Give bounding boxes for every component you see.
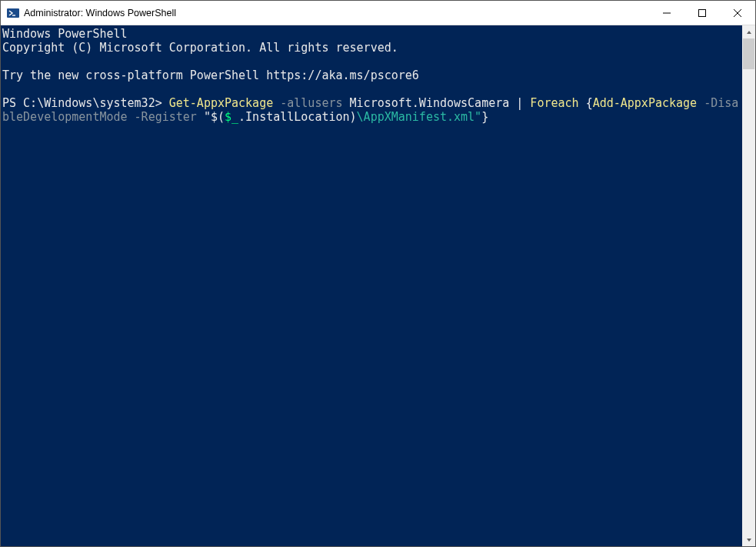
minimize-button[interactable]: [649, 1, 684, 25]
cmdlet: Add-AppxPackage: [593, 96, 697, 110]
svg-rect-2: [699, 9, 706, 16]
string: \AppXManifest.xml": [357, 110, 482, 124]
powershell-icon: [7, 7, 19, 19]
console-line: Copyright (C) Microsoft Corporation. All…: [2, 41, 398, 55]
scroll-thumb[interactable]: [743, 38, 754, 69]
arg: Microsoft.WindowsCamera: [343, 96, 517, 110]
powershell-window: Administrator: Windows PowerShell Window…: [0, 0, 756, 547]
variable: $_: [225, 110, 238, 124]
window-title: Administrator: Windows PowerShell: [24, 8, 649, 18]
titlebar[interactable]: Administrator: Windows PowerShell: [1, 1, 755, 25]
close-button[interactable]: [720, 1, 755, 25]
cmdlet: Get-AppxPackage: [169, 96, 273, 110]
member: .InstallLocation: [238, 110, 350, 124]
console-line: Windows PowerShell: [2, 27, 128, 41]
brace: }: [481, 110, 488, 124]
window-controls: [649, 1, 755, 25]
brace: {: [586, 96, 593, 110]
console-output[interactable]: Windows PowerShell Copyright (C) Microso…: [1, 25, 742, 546]
subexpr: "$(: [204, 110, 225, 124]
subexpr-close: ): [350, 110, 357, 124]
command-line: PS C:\Windows\system32> Get-AppxPackage …: [2, 96, 738, 124]
scroll-down-button[interactable]: [742, 533, 755, 546]
scroll-up-button[interactable]: [742, 25, 755, 38]
console-area: Windows PowerShell Copyright (C) Microso…: [1, 25, 755, 546]
pipe: |: [516, 96, 523, 110]
console-line: Try the new cross-platform PowerShell ht…: [2, 68, 419, 82]
cmdlet: Foreach: [523, 96, 585, 110]
vertical-scrollbar[interactable]: [742, 25, 755, 546]
maximize-button[interactable]: [684, 1, 720, 25]
param: -allusers: [273, 96, 342, 110]
prompt: PS C:\Windows\system32>: [2, 96, 169, 110]
